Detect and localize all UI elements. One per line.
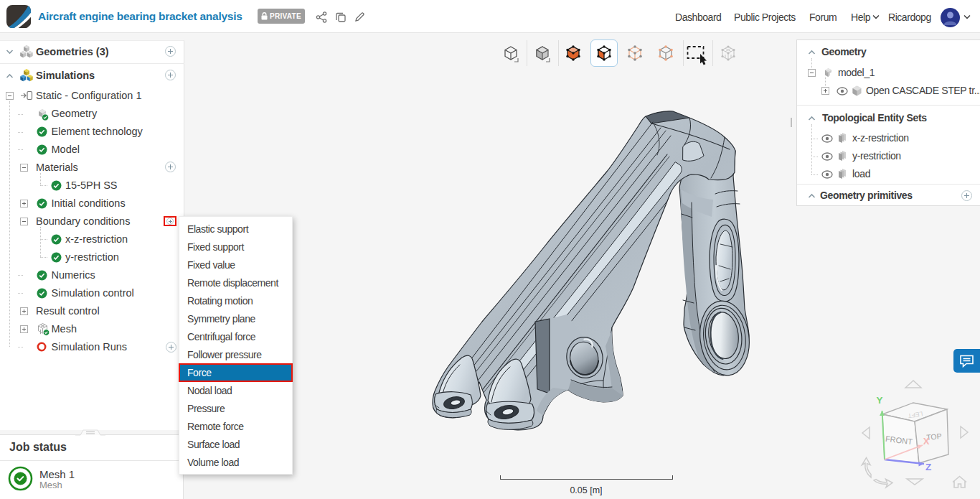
svg-text:Z: Z (925, 462, 931, 472)
svg-text:Y: Y (876, 395, 882, 406)
svg-text:X: X (923, 436, 930, 447)
